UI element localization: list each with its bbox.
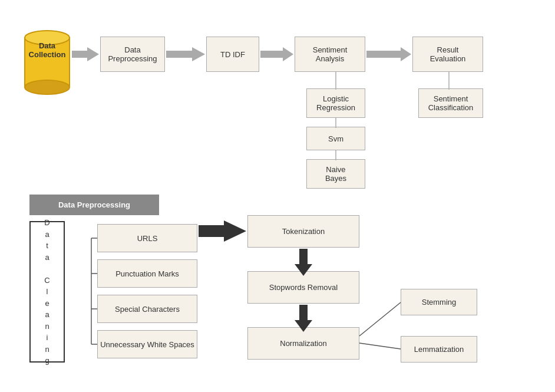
tdidf-label: TD IDF	[220, 50, 245, 59]
box-normalization: Normalization	[247, 327, 359, 360]
box-whitespace: Unnecessary White Spaces	[97, 330, 197, 358]
sentiment-class-label: Sentiment Classification	[428, 94, 474, 112]
line-norm-to-lemma	[359, 343, 401, 349]
preprocessing-header-label: Data Preprocessing	[58, 200, 130, 209]
box-sentiment-classification: Sentiment Classification	[418, 88, 483, 118]
data-cleaning-box: Data Cleaning	[29, 221, 65, 363]
box-stopwords-removal: Stopwords Removal	[247, 271, 359, 304]
box-urls: URLS	[97, 224, 197, 252]
preprocessing-label: Data Preprocessing	[108, 45, 157, 63]
box-stemming: Stemming	[401, 289, 477, 315]
line-norm-to-stemming	[359, 302, 401, 336]
box-svm: Svm	[306, 127, 365, 150]
box-result-evaluation: Result Evaluation	[412, 37, 483, 72]
whitespace-label: Unnecessary White Spaces	[100, 340, 194, 349]
box-logistic-regression: Logistic Regression	[306, 88, 365, 118]
logistic-label: Logistic Regression	[316, 94, 355, 112]
urls-label: URLS	[137, 234, 158, 243]
stopwords-label: Stopwords Removal	[269, 283, 338, 292]
box-special-characters: Special Characters	[97, 295, 197, 323]
normalization-label: Normalization	[280, 339, 326, 348]
box-naive-bayes: Naive Bayes	[306, 159, 365, 189]
lemmatization-label: Lemmatization	[414, 345, 464, 354]
arrow-sentiment-to-result	[366, 47, 411, 61]
svm-label: Svm	[328, 134, 343, 143]
special-chars-label: Special Characters	[115, 305, 180, 314]
arrow-urls-to-tokenization	[199, 220, 246, 242]
box-sentiment-analysis: Sentiment Analysis	[295, 37, 365, 72]
data-cleaning-label: Data Cleaning	[44, 217, 49, 367]
naive-bayes-label: Naive Bayes	[325, 165, 346, 183]
data-collection-cylinder	[24, 27, 71, 98]
box-data-preprocessing: Data Preprocessing	[100, 37, 165, 72]
box-tokenization: Tokenization	[247, 215, 359, 248]
result-label: Result Evaluation	[430, 45, 466, 63]
arrow-cyl-to-preprocessing	[72, 47, 99, 61]
arrow-preprocessing-to-tdidf	[166, 47, 205, 61]
data-collection-label: Data Collection	[24, 41, 71, 59]
stemming-label: Stemming	[422, 298, 457, 307]
box-tdidf: TD IDF	[206, 37, 259, 72]
box-punctuation: Punctuation Marks	[97, 259, 197, 288]
punctuation-label: Punctuation Marks	[115, 269, 179, 278]
tokenization-label: Tokenization	[282, 227, 325, 236]
sentiment-label: Sentiment Analysis	[313, 45, 348, 63]
data-preprocessing-header: Data Preprocessing	[29, 195, 159, 215]
svg-point-1	[25, 80, 70, 94]
arrow-tdidf-to-sentiment	[260, 47, 293, 61]
box-lemmatization: Lemmatization	[401, 336, 477, 363]
